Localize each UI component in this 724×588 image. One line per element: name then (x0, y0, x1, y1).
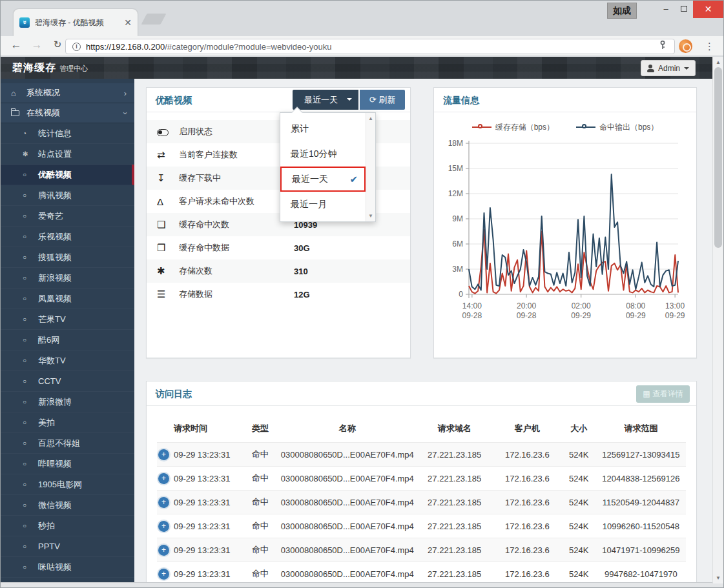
sidebar-item-百思不得姐[interactable]: ○百思不得姐 (1, 433, 134, 454)
expand-row-icon[interactable]: + (158, 473, 169, 484)
scroll-down-icon[interactable]: ▼ (713, 575, 723, 581)
url-text: https://192.168.0.200/#category/module?m… (86, 42, 652, 52)
sidebar-item-哔哩视频[interactable]: ○哔哩视频 (1, 454, 134, 474)
circle-icon: ○ (23, 543, 38, 550)
svg-text:08:00: 08:00 (626, 301, 645, 310)
sidebar-item-腾讯视频[interactable]: ○腾讯视频 (1, 185, 134, 206)
svg-text:15M: 15M (448, 164, 463, 173)
circle-icon: ○ (23, 212, 38, 219)
sidebar-item-新浪视频[interactable]: ○新浪视频 (1, 268, 134, 289)
sidebar-item-美拍[interactable]: ○美拍 (1, 412, 134, 433)
window-minimize-button[interactable]: – (657, 1, 675, 18)
sidebar-item-乐视视频[interactable]: ○乐视视频 (1, 227, 134, 247)
svg-text:13:00: 13:00 (665, 301, 685, 310)
legend-item[interactable]: 缓存存储（bps） (472, 121, 554, 133)
browser-extension-icon[interactable] (679, 39, 692, 53)
dropdown-scrollbar[interactable]: ▲ ▼ (366, 113, 375, 221)
expand-row-icon[interactable]: + (158, 449, 169, 460)
window-maximize-button[interactable] (675, 1, 693, 18)
sidebar-item-芒果TV[interactable]: ○芒果TV (1, 309, 134, 330)
sidebar-item-1905电影网[interactable]: ○1905电影网 (1, 474, 134, 495)
back-icon[interactable]: ← (8, 39, 24, 52)
page-scrollbar[interactable]: ▲ ▼ (712, 57, 723, 583)
dropdown-option-最近一月[interactable]: 最近一月 (280, 192, 366, 217)
forward-icon[interactable]: → (29, 39, 45, 52)
scroll-down-icon[interactable]: ▼ (366, 213, 375, 219)
svg-text:14:00: 14:00 (462, 301, 482, 310)
dropdown-option-最近一天[interactable]: 最近一天✔ (280, 167, 366, 192)
period-select-button[interactable]: 最近一天 (293, 90, 358, 110)
circle-icon: ○ (23, 502, 38, 509)
request-type: 命中 (242, 472, 278, 484)
browser-window: » 碧海缓存 - 优酷视频 ✕ 如成 – ✕ ← → ↻ i https://1… (0, 0, 724, 588)
sidebar-item-label: 微信视频 (38, 500, 127, 511)
sidebar-item-CCTV[interactable]: ○CCTV (1, 371, 134, 392)
browser-tab[interactable]: » 碧海缓存 - 优酷视频 ✕ (14, 9, 138, 36)
admin-menu-button[interactable]: Admin (641, 60, 696, 76)
svg-text:20:00: 20:00 (517, 301, 536, 310)
admin-label: Admin (658, 64, 680, 73)
sidebar-item-站点设置[interactable]: ✻站点设置 (1, 144, 134, 165)
scroll-up-icon[interactable]: ▲ (713, 59, 723, 65)
sidebar-item-咪咕视频[interactable]: ○咪咕视频 (1, 557, 134, 578)
stat-label: 客户请求未命中次数 (179, 196, 294, 207)
legend-item[interactable]: 命中输出（bps） (576, 121, 658, 133)
column-header: 请求时间 (157, 423, 242, 434)
sidebar-item-微信视频[interactable]: ○微信视频 (1, 495, 134, 516)
sidebar-item-酷6网[interactable]: ○酷6网 (1, 330, 134, 350)
window-close-button[interactable]: ✕ (693, 1, 723, 18)
tab-title: 碧海缓存 - 优酷视频 (35, 17, 119, 28)
legend-marker-icon (472, 123, 491, 131)
column-header: 请求范围 (596, 423, 686, 434)
window-bottom-edge (1, 582, 723, 587)
sidebar-item-PPTV[interactable]: ○PPTV (1, 536, 134, 557)
expand-row-icon[interactable]: + (158, 497, 169, 508)
sidebar-item-label: 新浪微博 (38, 396, 127, 408)
stats-panel-title: 优酷视频 (156, 95, 192, 105)
dropdown-option-最近10分钟[interactable]: 最近10分钟 (280, 141, 366, 167)
view-details-button[interactable]: ▦ 查看详情 (636, 385, 690, 403)
expand-row-icon[interactable]: + (158, 521, 169, 532)
chevron-down-icon (684, 67, 689, 70)
refresh-button[interactable]: ⟳ 刷新 (360, 90, 405, 110)
sidebar-item-凤凰视频[interactable]: ○凤凰视频 (1, 289, 134, 309)
sidebar-item-label: 哔哩视频 (38, 458, 127, 470)
sidebar-item-系统概况[interactable]: ⌂系统概况› (1, 83, 134, 103)
browser-menu-icon[interactable]: ⋮ (705, 38, 714, 54)
scrollbar-thumb[interactable] (714, 67, 722, 248)
legend-label: 命中输出（bps） (599, 122, 658, 133)
file-name: 030008080650D...E00AE70F4.mp4 (278, 569, 416, 579)
home-icon: ⌂ (11, 88, 26, 98)
sidebar-item-统计信息[interactable]: ◔统计信息 (1, 123, 134, 144)
tab-close-icon[interactable]: ✕ (124, 18, 132, 27)
sidebar-item-爱奇艺[interactable]: ○爱奇艺 (1, 206, 134, 227)
size: 524K (562, 545, 596, 555)
column-header: 类型 (242, 423, 278, 434)
sidebar-item-华数TV[interactable]: ○华数TV (1, 350, 134, 371)
request-range: 11520549-12044837 (596, 498, 686, 507)
sidebar-item-优酷视频[interactable]: ○优酷视频 (1, 165, 134, 185)
password-key-icon[interactable] (657, 40, 668, 53)
stat-label: 启用状态 (179, 126, 294, 137)
browser-titlebar: » 碧海缓存 - 优酷视频 ✕ 如成 – ✕ (1, 1, 723, 36)
dropdown-option-累计[interactable]: 累计 (280, 116, 366, 141)
reload-icon[interactable]: ↻ (50, 39, 65, 50)
stats-panel-header: 优酷视频 最近一天 ⟳ 刷新 (147, 88, 410, 112)
sidebar-item-新浪微博[interactable]: ○新浪微博 (1, 392, 134, 412)
log-table-row: +09-29 13:23:31命中030008080650D...E00AE70… (157, 466, 686, 490)
new-tab-button[interactable] (141, 14, 166, 25)
page-info-icon[interactable]: i (72, 43, 81, 51)
stat-row: ☰存储数据12G (147, 283, 410, 306)
svg-text:3M: 3M (452, 265, 463, 274)
sidebar-item-label: 腾讯视频 (38, 190, 127, 201)
sidebar-item-秒拍[interactable]: ○秒拍 (1, 516, 134, 536)
sidebar-item-在线视频[interactable]: 在线视频› (1, 103, 134, 123)
size: 524K (562, 498, 596, 507)
sidebar-item-搜狐视频[interactable]: ○搜狐视频 (1, 247, 134, 268)
url-input[interactable]: i https://192.168.0.200/#category/module… (65, 39, 675, 54)
expand-row-icon[interactable]: + (158, 569, 169, 580)
scroll-up-icon[interactable]: ▲ (366, 116, 375, 121)
circle-icon: ○ (23, 481, 38, 488)
expand-row-icon[interactable]: + (158, 545, 169, 556)
stat-value: 310 (294, 267, 308, 276)
